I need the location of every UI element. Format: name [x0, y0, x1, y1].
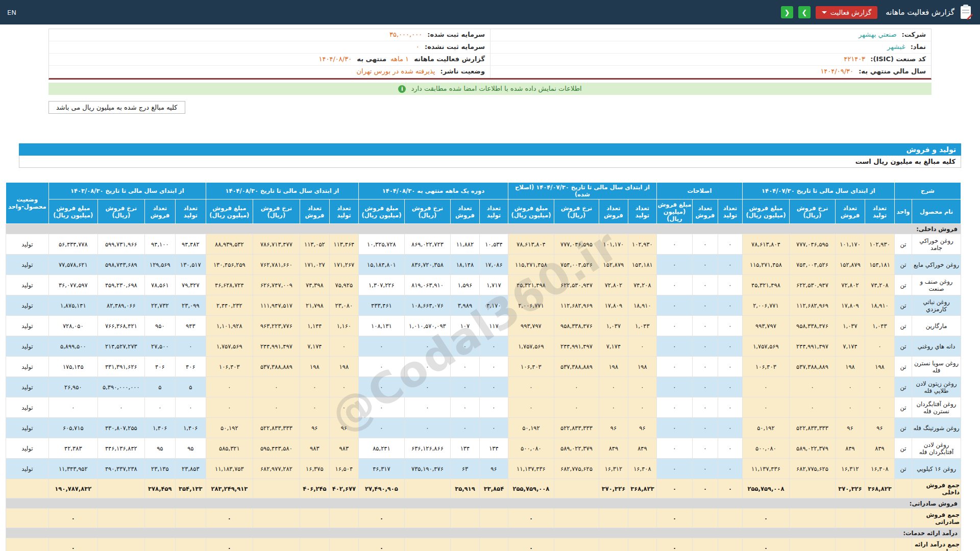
section-label: درآمد ارائه خدمات:: [6, 528, 961, 538]
product-status-cell: تولید: [6, 438, 48, 459]
value-cell: ۷۷۷,۰۴۶,۵۹۵: [789, 234, 835, 255]
unit-cell: تن: [894, 418, 912, 438]
value-cell: ۰: [656, 336, 692, 357]
info-right-column: شرکت: صنعتي بهشهر نماد: غبشهر کد صنعت (I…: [490, 29, 931, 78]
value-cell: ۰: [692, 336, 718, 357]
product-name-cell: روغن صنف و صنعت: [912, 275, 961, 295]
value-cell: ۱۱۲,۶۸۲,۹۶۹: [554, 295, 599, 316]
report-type-dropdown[interactable]: گزارش فعالیت: [816, 6, 877, 19]
value-cell: ۰: [554, 397, 599, 418]
value-cell: [835, 509, 865, 528]
value-cell: ۰: [358, 357, 404, 377]
value-cell: ۰: [450, 377, 479, 397]
value-cell: ۵۳۷,۳۸۸,۸۸۹: [554, 357, 599, 377]
value-cell: ۱۶,۳۱۲: [599, 459, 628, 479]
value-cell: ۱۱۱,۹۴۷,۵۱۷: [253, 295, 300, 316]
unit-cell: تن: [894, 275, 912, 295]
value-cell: ۰: [718, 479, 742, 498]
value-cell: ۰: [479, 336, 508, 357]
value-cell: ۰: [358, 336, 404, 357]
value-cell: ۱,۷۵۷,۵۶۹: [742, 336, 789, 357]
value-cell: ۰: [450, 397, 479, 418]
value-cell: ۰: [358, 377, 404, 397]
report-period-label: گزارش فعالیت ماهانه: [414, 55, 485, 63]
value-cell: [789, 509, 835, 528]
value-cell: [404, 479, 450, 498]
value-cell: ۵۲۲,۸۳۳,۳۳۳: [554, 418, 599, 438]
value-cell: ۴۰۶: [175, 357, 206, 377]
value-cell: ۵,۳۹۰,۰۰۰,۰۰۰: [97, 377, 144, 397]
previous-report-button[interactable]: ❮: [781, 6, 793, 18]
value-cell: ۱۳۴: [450, 438, 479, 459]
section-label: فروش داخلی:: [6, 224, 961, 234]
value-cell: ۴۹۰,۳۳۷,۲۳۸: [97, 459, 144, 479]
value-cell: ۰: [48, 538, 97, 551]
subcolumn-header: تعداد تولید: [865, 199, 894, 224]
unit-cell: تن: [894, 377, 912, 397]
value-cell: ۰: [329, 336, 358, 357]
value-cell: [599, 538, 628, 551]
value-cell: ۱۱,۸۸۲: [450, 234, 479, 255]
product-name-cell: روغن لادن آفتابگردان فله: [912, 438, 961, 459]
value-cell: ۴۲,۳۸۳: [48, 438, 97, 459]
company-name-link[interactable]: صنعتي بهشهر: [859, 31, 897, 38]
value-cell: ۰: [300, 377, 329, 397]
value-cell: ۰: [692, 377, 718, 397]
product-row: روغن شورتینگ فلهتن۹۶۹۶۵۲۲,۸۳۳,۳۳۳۵۰,۱۹۲۰…: [6, 418, 961, 438]
symbol-link[interactable]: غبشهر: [887, 43, 905, 51]
value-cell: [479, 509, 508, 528]
value-cell: ۱۰۱,۱۷۰: [835, 234, 865, 255]
value-cell: ۵,۸۹۹,۵۰۰: [48, 336, 97, 357]
value-cell: ۲۸۳,۲۴۹,۹۱۳: [206, 479, 253, 498]
section-band-row: فروش صادراتی:: [6, 498, 961, 509]
value-cell: ۶۰۵,۷۱۵: [48, 418, 97, 438]
value-cell: ۰: [175, 397, 206, 418]
value-cell: ۱۵۲,۸۷۹: [599, 255, 628, 275]
product-status-cell: تولید: [6, 377, 48, 397]
value-cell: ۲۴۴,۹۹۱,۴۹۷: [789, 336, 835, 357]
value-cell: ۱۰,۵۳۴: [479, 234, 508, 255]
value-cell: [554, 509, 599, 528]
product-row: روغن سویا نسترن فلهتن۱۹۸۱۹۸۵۳۷,۳۸۸,۸۸۹۱۰…: [6, 357, 961, 377]
value-cell: ۱۱,۱۸۳,۷۵۳: [206, 459, 253, 479]
value-cell: ۹۵۸,۳۳۸,۴۷۶: [554, 316, 599, 336]
value-cell: ۳۷۰,۳۲۶: [835, 479, 865, 498]
value-cell: ۵۰۰,۰۸۰: [742, 438, 789, 459]
value-cell: [300, 509, 329, 528]
signed-data-alert: اطلاعات نمایش داده شده با اطلاعات امضا ش…: [48, 83, 932, 95]
value-cell: ۰: [479, 357, 508, 377]
value-cell: [175, 509, 206, 528]
value-cell: ۰: [692, 255, 718, 275]
chevron-left-icon: ❮: [784, 9, 790, 16]
language-toggle[interactable]: EN: [7, 9, 16, 16]
value-cell: ۲,۴۴۰,۲۳۲: [206, 295, 253, 316]
product-row: مارگارینتن۱,۰۴۳۱,۰۳۷۹۵۸,۳۳۸,۴۷۶۹۹۳,۷۹۷۰۰…: [6, 316, 961, 336]
next-report-button[interactable]: ❯: [798, 6, 811, 18]
subcolumn-header: مبلغ فروش (میلیون ریال): [742, 199, 789, 224]
subcolumn-header: نرخ فروش (ریال): [404, 199, 450, 224]
value-cell: ۶۲۲,۵۳۰,۹۴۷: [554, 275, 599, 295]
report-icon[interactable]: [960, 5, 973, 20]
value-cell: ۲۷,۵۰۰: [144, 336, 175, 357]
value-cell: ۰: [742, 397, 789, 418]
value-cell: ۰: [628, 397, 656, 418]
value-cell: ۱,۰۴۳: [865, 316, 894, 336]
value-cell: ۰: [718, 234, 742, 255]
value-cell: ۳۵,۹۱۹: [450, 479, 479, 498]
group-header-row: شرحاز ابتدای سال مالی تا تاریخ ۱۴۰۴/۰۷/۳…: [6, 183, 961, 199]
product-row: روغن لادن آفتابگردان فلهتن۸۴۹۸۴۹۵۸۹,۰۲۲,…: [6, 438, 961, 459]
value-cell: [835, 538, 865, 551]
production-sales-table: شرحاز ابتدای سال مالی تا تاریخ ۱۴۰۴/۰۷/۳…: [6, 182, 961, 551]
value-cell: ۰: [656, 479, 692, 498]
value-cell: ۰: [404, 418, 450, 438]
value-cell: ۸۴۹: [628, 438, 656, 459]
product-status-header: وضعیت محصول-واحد: [6, 183, 48, 224]
value-cell: [97, 538, 144, 551]
value-cell: ۱۷,۸۰۹: [835, 295, 865, 316]
value-cell: ۰: [692, 295, 718, 316]
value-cell: ۶۳۶,۱۲۶,۸۶۶: [404, 438, 450, 459]
value-cell: ۵۶,۴۳۴,۷۷۸: [48, 234, 97, 255]
value-cell: ۰: [450, 418, 479, 438]
value-cell: ۰: [718, 275, 742, 295]
product-row: روغن ۱۶ کیلویيتن۱۶,۴۰۸۱۶,۳۱۲۶۸۲,۷۷۵,۶۲۵۱…: [6, 459, 961, 479]
